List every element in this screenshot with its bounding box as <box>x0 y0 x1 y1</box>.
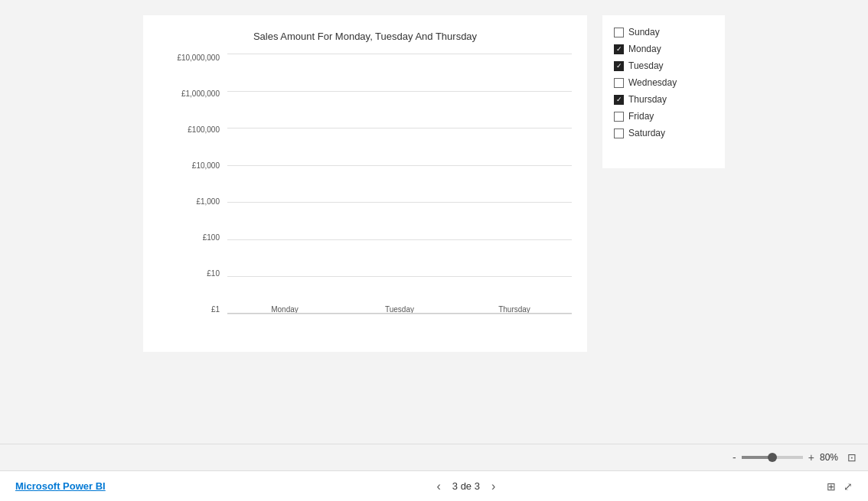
footer-bar: Microsoft Power BI ‹ 3 de 3 › ⊞ ⤢ <box>0 470 868 501</box>
bar-group[interactable]: Thursday <box>476 301 553 314</box>
legend-checkbox[interactable] <box>614 129 624 138</box>
chart-title: Sales Amount For Monday, Tuesday And Thu… <box>143 31 587 42</box>
next-page-button[interactable]: › <box>488 480 499 493</box>
legend-container: SundayMondayTuesdayWednesdayThursdayFrid… <box>602 15 725 168</box>
fullscreen-icon[interactable]: ⤢ <box>844 480 853 493</box>
legend-item[interactable]: Wednesday <box>614 77 713 88</box>
legend-checkbox[interactable] <box>614 112 624 122</box>
x-axis-line <box>227 313 572 314</box>
y-axis-label: £1,000,000 <box>181 89 224 98</box>
legend-checkbox[interactable] <box>614 78 624 88</box>
legend-checkbox[interactable] <box>614 28 624 37</box>
legend-label: Thursday <box>628 94 667 105</box>
prev-page-button[interactable]: ‹ <box>432 480 444 493</box>
zoom-in-button[interactable]: + <box>807 451 816 464</box>
legend-label: Tuesday <box>628 60 664 71</box>
legend-checkbox[interactable] <box>614 44 624 54</box>
grid-line <box>227 314 572 314</box>
y-axis: £10,000,000£1,000,000£100,000£10,000£1,0… <box>151 54 224 314</box>
y-axis-label: £10 <box>207 269 224 278</box>
y-axis-label: £100,000 <box>188 125 224 134</box>
legend-item[interactable]: Saturday <box>614 128 713 138</box>
y-axis-label: £10,000,000 <box>177 54 224 62</box>
pagination: ‹ 3 de 3 › <box>432 480 499 493</box>
legend-label: Monday <box>628 44 661 54</box>
bars-row: MondayTuesdayThursday <box>227 54 572 314</box>
bottom-bar: - + 80% ⊡ <box>0 444 868 470</box>
legend-label: Sunday <box>628 27 660 37</box>
y-axis-label: £100 <box>203 233 224 242</box>
chart-panel: Sales Amount For Monday, Tuesday And Thu… <box>143 15 725 352</box>
legend-item[interactable]: Sunday <box>614 27 713 37</box>
page-indicator: 3 de 3 <box>452 480 480 492</box>
bar-group[interactable]: Monday <box>246 301 323 314</box>
expand-icons: ⊞ ⤢ <box>827 480 853 493</box>
bars-and-grid: MondayTuesdayThursday <box>227 54 572 314</box>
legend-item[interactable]: Friday <box>614 111 713 122</box>
legend-label: Wednesday <box>628 77 677 88</box>
legend-item[interactable]: Tuesday <box>614 60 713 71</box>
bar-group[interactable]: Tuesday <box>361 301 438 314</box>
zoom-control: - + 80% <box>731 451 838 464</box>
zoom-level: 80% <box>820 452 838 463</box>
legend-item[interactable]: Monday <box>614 44 713 54</box>
main-content: Sales Amount For Monday, Tuesday And Thu… <box>0 0 868 444</box>
y-axis-label: £1 <box>211 305 224 314</box>
fit-page-icon[interactable]: ⊡ <box>847 451 857 464</box>
zoom-slider[interactable] <box>742 456 803 459</box>
share-icon[interactable]: ⊞ <box>827 480 836 493</box>
chart-wrapper: Sales Amount For Monday, Tuesday And Thu… <box>143 15 587 352</box>
zoom-out-button[interactable]: - <box>731 451 738 464</box>
y-axis-label: £10,000 <box>192 161 224 170</box>
powerbi-link[interactable]: Microsoft Power BI <box>15 480 106 492</box>
y-axis-label: £1,000 <box>196 197 224 206</box>
legend-item[interactable]: Thursday <box>614 94 713 105</box>
legend-label: Friday <box>628 111 654 122</box>
legend-checkbox[interactable] <box>614 95 624 105</box>
legend-checkbox[interactable] <box>614 61 624 71</box>
legend-label: Saturday <box>628 128 665 138</box>
